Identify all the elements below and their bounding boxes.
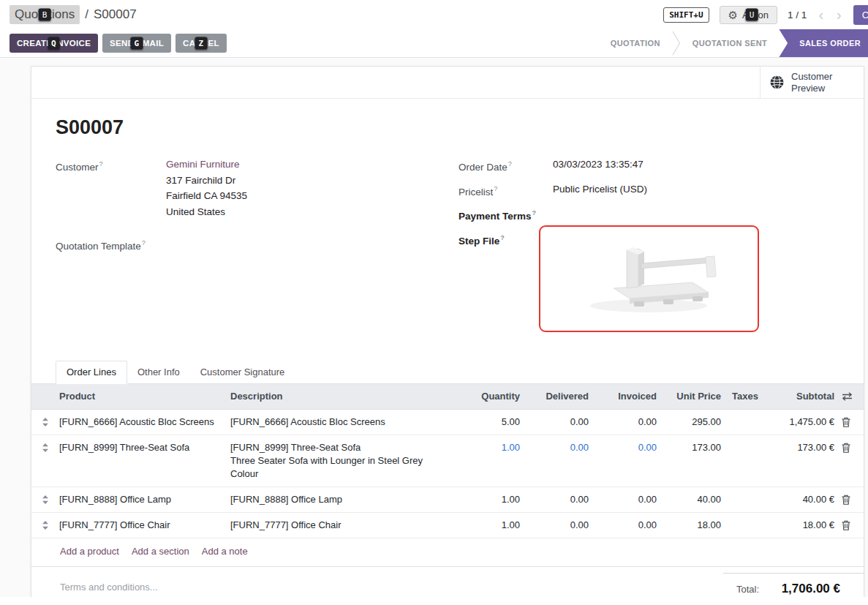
cell-quantity[interactable]: 1.00 <box>457 435 520 486</box>
header-delivered[interactable]: Delivered <box>520 384 589 409</box>
cell-invoiced[interactable]: 0.00 <box>589 513 657 538</box>
header-handle-spacer <box>31 384 59 409</box>
breadcrumb: Quotations B / S00007 <box>10 5 137 24</box>
cell-taxes[interactable] <box>721 513 761 538</box>
status-step-quotation-sent[interactable]: QUOTATION SENT <box>681 29 779 58</box>
optional-columns-button[interactable] <box>834 384 865 409</box>
cell-quantity[interactable]: 1.00 <box>457 513 520 538</box>
cell-quantity[interactable]: 1.00 <box>457 487 520 512</box>
description-line: [FURN_8888] Office Lamp <box>230 493 442 506</box>
cell-description[interactable]: [FURN_6666] Acoustic Bloc Screens <box>230 410 457 435</box>
cell-product[interactable]: [FURN_8999] Three-Seat Sofa <box>59 435 230 486</box>
customer-preview-link[interactable]: Customer Preview <box>760 67 864 98</box>
cell-description[interactable]: [FURN_7777] Office Chair <box>230 513 457 538</box>
pager-next-button[interactable]: › <box>835 7 843 22</box>
cell-description[interactable]: [FURN_8888] Office Lamp <box>230 487 457 512</box>
page: Quotations B / S00007 SHIFT+U ⚙ Action U… <box>0 0 868 605</box>
table-row[interactable]: [FURN_7777] Office Chair [FURN_7777] Off… <box>31 513 864 538</box>
description-variant: Three Seater Sofa with Lounger in Steel … <box>230 454 442 481</box>
cell-delivered[interactable]: 0.00 <box>520 410 589 435</box>
cell-delivered[interactable]: 0.00 <box>520 487 589 512</box>
trash-icon <box>842 520 850 530</box>
tab-customer-signature[interactable]: Customer Signature <box>190 361 295 383</box>
cancel-button[interactable]: CANCEL Z <box>176 34 227 53</box>
cell-unit-price[interactable]: 295.00 <box>657 410 721 435</box>
cell-quantity[interactable]: 5.00 <box>457 410 520 435</box>
send-email-button[interactable]: SEND EMAIL G <box>102 34 171 53</box>
status-step-sales-order[interactable]: SALES ORDER <box>779 29 868 58</box>
header-invoiced[interactable]: Invoiced <box>589 384 657 409</box>
action-menu-button[interactable]: ⚙ Action U <box>720 6 778 24</box>
cell-invoiced[interactable]: 0.00 <box>589 435 657 486</box>
pager-previous-button[interactable]: ‹ <box>817 7 825 22</box>
cell-product[interactable]: [FURN_7777] Office Chair <box>59 513 230 538</box>
cell-taxes[interactable] <box>721 487 761 512</box>
cell-taxes[interactable] <box>721 410 761 435</box>
drag-handle-icon[interactable] <box>31 410 59 435</box>
optional-columns-icon <box>842 392 853 401</box>
control-panel-right: SHIFT+U ⚙ Action U 1 / 1 ‹ › Cl <box>663 5 868 25</box>
delete-line-button[interactable] <box>834 410 865 435</box>
table-row[interactable]: [FURN_6666] Acoustic Bloc Screens [FURN_… <box>31 410 864 435</box>
order-date-label-text: Order Date <box>458 162 507 173</box>
header-subtotal[interactable]: Subtotal <box>761 384 834 409</box>
cell-product[interactable]: [FURN_6666] Acoustic Bloc Screens <box>59 410 230 435</box>
add-section-link[interactable]: Add a section <box>132 546 189 557</box>
drag-handle-icon[interactable] <box>31 487 59 512</box>
shortcut-badge-q: Q <box>48 37 60 50</box>
customer-preview-label: Customer Preview <box>791 71 842 94</box>
control-panel: Quotations B / S00007 SHIFT+U ⚙ Action U… <box>0 0 868 29</box>
delete-line-button[interactable] <box>834 435 865 486</box>
status-separator-icon <box>672 30 681 56</box>
delete-line-button[interactable] <box>834 487 865 512</box>
cell-delivered[interactable]: 0.00 <box>520 435 589 486</box>
step-file-image[interactable] <box>539 225 759 332</box>
cell-invoiced[interactable]: 0.00 <box>589 410 657 435</box>
cell-description[interactable]: [FURN_8999] Three-Seat Sofa Three Seater… <box>230 435 457 486</box>
create-invoice-button[interactable]: CREATE INVOICE Q <box>10 34 98 53</box>
breadcrumb-separator: / <box>85 7 88 22</box>
field-quotation-template: Quotation Template? <box>56 236 458 254</box>
cell-unit-price[interactable]: 173.00 <box>657 435 721 486</box>
cell-product[interactable]: [FURN_8888] Office Lamp <box>59 487 230 512</box>
header-quantity[interactable]: Quantity <box>457 384 520 409</box>
trash-icon <box>842 495 850 505</box>
cell-subtotal: 1,475.00 € <box>761 410 834 435</box>
corner-button[interactable]: Cl <box>853 5 868 25</box>
header-description[interactable]: Description <box>230 384 457 409</box>
drag-handle-icon[interactable] <box>31 513 59 538</box>
tab-order-lines[interactable]: Order Lines <box>56 361 127 384</box>
header-taxes[interactable]: Taxes <box>721 384 761 409</box>
table-row[interactable]: [FURN_8888] Office Lamp [FURN_8888] Offi… <box>31 487 864 513</box>
main-content: Customer Preview S00007 Customer? Gemini… <box>0 58 868 597</box>
shortcut-badge-u: U <box>746 9 758 21</box>
shortcut-badge-b: B <box>39 9 51 21</box>
payment-terms-label: Payment Terms? <box>458 206 553 224</box>
header-product[interactable]: Product <box>59 384 230 409</box>
order-date-label: Order Date? <box>458 157 553 175</box>
cell-invoiced[interactable]: 0.00 <box>589 487 657 512</box>
customer-link[interactable]: Gemini Furniture <box>166 159 240 170</box>
cell-unit-price[interactable]: 40.00 <box>657 487 721 512</box>
tab-other-info[interactable]: Other Info <box>127 361 190 383</box>
delete-line-button[interactable] <box>834 513 865 538</box>
cell-delivered[interactable]: 0.00 <box>520 513 589 538</box>
pricelist-value[interactable]: Public Pricelist (USD) <box>553 181 647 200</box>
breadcrumb-quotations[interactable]: Quotations B <box>10 5 80 24</box>
cell-taxes[interactable] <box>721 435 761 486</box>
breadcrumb-current: S00007 <box>94 7 137 22</box>
customer-address-line: United States <box>166 204 247 220</box>
total-value: 1,706.00 € <box>782 582 840 596</box>
cell-subtotal: 18.00 € <box>761 513 834 538</box>
order-date-value[interactable]: 03/03/2023 13:35:47 <box>553 157 644 175</box>
drag-handle-icon[interactable] <box>31 435 59 486</box>
terms-placeholder[interactable]: Terms and conditions... <box>60 567 158 593</box>
table-row[interactable]: [FURN_8999] Three-Seat Sofa [FURN_8999] … <box>31 435 864 487</box>
header-unit-price[interactable]: Unit Price <box>657 384 721 409</box>
add-product-link[interactable]: Add a product <box>60 546 119 557</box>
add-note-link[interactable]: Add a note <box>202 546 248 557</box>
cell-unit-price[interactable]: 18.00 <box>657 513 721 538</box>
quotation-template-label: Quotation Template? <box>56 236 166 254</box>
quotation-template-label-text: Quotation Template <box>56 241 141 252</box>
status-step-quotation[interactable]: QUOTATION <box>599 29 672 58</box>
